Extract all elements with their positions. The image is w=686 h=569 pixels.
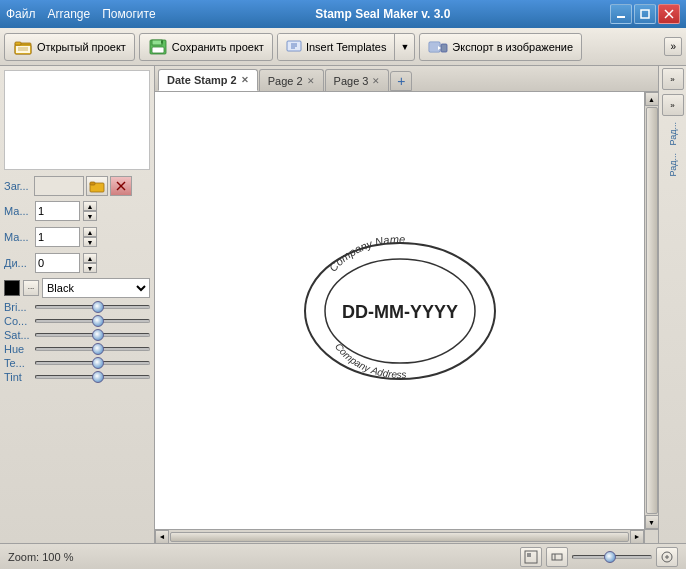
prop-input-ma1[interactable] bbox=[35, 201, 80, 221]
spin-down-di[interactable]: ▼ bbox=[83, 263, 97, 273]
svg-rect-12 bbox=[152, 47, 164, 53]
prop-input-di[interactable] bbox=[35, 253, 80, 273]
save-project-button[interactable]: Сохранить проект bbox=[139, 33, 273, 61]
statusbar-controls bbox=[520, 547, 678, 567]
slider-thumb-tint[interactable] bbox=[92, 371, 104, 383]
browse-label: Заг... bbox=[4, 180, 32, 192]
canvas-and-vscroll: Company Name Company Address DD-MM-YYYY … bbox=[155, 92, 658, 529]
zoom-label: Zoom: 100 % bbox=[8, 551, 73, 563]
right-panel-label-2: Рад... bbox=[666, 149, 680, 180]
right-panel-btn-1[interactable]: » bbox=[662, 68, 684, 90]
slider-label-sat: Sat... bbox=[4, 329, 32, 341]
svg-rect-1 bbox=[641, 10, 649, 18]
prop-label-ma2: Ма... bbox=[4, 231, 32, 243]
scroll-thumb-vertical[interactable] bbox=[646, 107, 658, 514]
prop-row-max1: Ма... ▲ ▼ bbox=[0, 198, 154, 224]
zoom-fit-button[interactable] bbox=[520, 547, 542, 567]
tab-date-stamp-2[interactable]: Date Stamp 2 ✕ bbox=[158, 69, 258, 91]
save-icon bbox=[148, 38, 168, 56]
menu-help[interactable]: Помогите bbox=[102, 7, 155, 21]
spin-up-di[interactable]: ▲ bbox=[83, 253, 97, 263]
browse-preview bbox=[34, 176, 84, 196]
slider-label-te: Te... bbox=[4, 357, 32, 369]
toolbar-overflow-button[interactable]: » bbox=[664, 37, 682, 56]
spin-up-ma2[interactable]: ▲ bbox=[83, 227, 97, 237]
tab-close-page-3[interactable]: ✕ bbox=[372, 76, 380, 86]
spin-up-ma1[interactable]: ▲ bbox=[83, 201, 97, 211]
color-swatch[interactable] bbox=[4, 280, 20, 296]
slider-label-tint: Tint bbox=[4, 371, 32, 383]
open-project-label: Открытый проект bbox=[37, 41, 126, 53]
tab-close-date-stamp-2[interactable]: ✕ bbox=[241, 75, 249, 85]
color-picker-button[interactable]: ··· bbox=[23, 280, 39, 296]
slider-thumb-bri[interactable] bbox=[92, 301, 104, 313]
slider-thumb-te[interactable] bbox=[92, 357, 104, 369]
tab-page-3[interactable]: Page 3 ✕ bbox=[325, 69, 390, 91]
browse-clear-button[interactable] bbox=[110, 176, 132, 196]
slider-track-te[interactable] bbox=[35, 361, 150, 365]
svg-rect-23 bbox=[90, 182, 95, 185]
save-project-label: Сохранить проект bbox=[172, 41, 264, 53]
insert-templates-arrow[interactable]: ▼ bbox=[395, 34, 414, 60]
scroll-up-button[interactable]: ▲ bbox=[645, 92, 659, 106]
scroll-down-button[interactable]: ▼ bbox=[645, 515, 659, 529]
menu-arrange[interactable]: Arrange bbox=[48, 7, 91, 21]
menu-file[interactable]: Файл bbox=[6, 7, 36, 21]
slider-label-hue: Hue bbox=[4, 343, 32, 355]
maximize-button[interactable] bbox=[634, 4, 656, 24]
slider-thumb-hue[interactable] bbox=[92, 343, 104, 355]
export-button[interactable]: Экспорт в изображение bbox=[419, 33, 582, 61]
app-title: Stamp Seal Maker v. 3.0 bbox=[315, 7, 450, 21]
prop-label-di: Ди... bbox=[4, 257, 32, 269]
slider-row-sat: Sat... bbox=[0, 328, 154, 342]
svg-rect-19 bbox=[430, 43, 439, 51]
statusbar: Zoom: 100 % bbox=[0, 543, 686, 569]
slider-track-hue[interactable] bbox=[35, 347, 150, 351]
prop-row-di: Ди... ▲ ▼ bbox=[0, 250, 154, 276]
scroll-left-button[interactable]: ◄ bbox=[155, 530, 169, 544]
open-project-button[interactable]: Открытый проект bbox=[4, 33, 135, 61]
spin-down-ma2[interactable]: ▼ bbox=[83, 237, 97, 247]
svg-rect-13 bbox=[161, 40, 163, 43]
scroll-right-button[interactable]: ► bbox=[630, 530, 644, 544]
zoom-actual-button[interactable] bbox=[546, 547, 568, 567]
spin-down-ma1[interactable]: ▼ bbox=[83, 211, 97, 221]
color-select[interactable]: Black bbox=[42, 278, 150, 298]
slider-track-tint[interactable] bbox=[35, 375, 150, 379]
tabs-bar: Date Stamp 2 ✕ Page 2 ✕ Page 3 ✕ + bbox=[155, 66, 658, 92]
scroll-thumb-horizontal[interactable] bbox=[170, 532, 629, 542]
tab-label-page-3: Page 3 bbox=[334, 75, 369, 87]
svg-text:Company Address: Company Address bbox=[332, 340, 406, 379]
tab-add-button[interactable]: + bbox=[390, 71, 412, 91]
tab-page-2[interactable]: Page 2 ✕ bbox=[259, 69, 324, 91]
canvas-wrapper: Date Stamp 2 ✕ Page 2 ✕ Page 3 ✕ + bbox=[155, 66, 658, 543]
slider-track-bri[interactable] bbox=[35, 305, 150, 309]
slider-thumb-sat[interactable] bbox=[92, 329, 104, 341]
tab-close-page-2[interactable]: ✕ bbox=[307, 76, 315, 86]
insert-templates-label: Insert Templates bbox=[306, 41, 387, 53]
browse-row: Заг... bbox=[0, 174, 154, 198]
slider-track-sat[interactable] bbox=[35, 333, 150, 337]
svg-rect-7 bbox=[16, 46, 30, 53]
insert-templates-main[interactable]: Insert Templates bbox=[278, 34, 396, 60]
minimize-button[interactable] bbox=[610, 4, 632, 24]
zoom-slider-thumb[interactable] bbox=[604, 551, 616, 563]
right-panel-btn-2[interactable]: » bbox=[662, 94, 684, 116]
tab-label-date-stamp-2: Date Stamp 2 bbox=[167, 74, 237, 86]
close-button[interactable] bbox=[658, 4, 680, 24]
zoom-in-button[interactable] bbox=[656, 547, 678, 567]
svg-rect-31 bbox=[527, 553, 531, 557]
horizontal-scrollbar[interactable]: ◄ ► bbox=[155, 529, 644, 543]
slider-row-tint: Tint bbox=[0, 370, 154, 384]
vertical-scrollbar[interactable]: ▲ ▼ bbox=[644, 92, 658, 529]
canvas-area: Company Name Company Address DD-MM-YYYY bbox=[155, 92, 644, 529]
svg-text:Company Name: Company Name bbox=[326, 236, 405, 274]
slider-row-bri: Bri... bbox=[0, 300, 154, 314]
insert-templates-button[interactable]: Insert Templates ▼ bbox=[277, 33, 415, 61]
slider-track-co[interactable] bbox=[35, 319, 150, 323]
stamp-date-text: DD-MM-YYYY bbox=[342, 302, 458, 322]
browse-folder-button[interactable] bbox=[86, 176, 108, 196]
prop-input-ma2[interactable] bbox=[35, 227, 80, 247]
slider-thumb-co[interactable] bbox=[92, 315, 104, 327]
zoom-slider[interactable] bbox=[572, 555, 652, 559]
